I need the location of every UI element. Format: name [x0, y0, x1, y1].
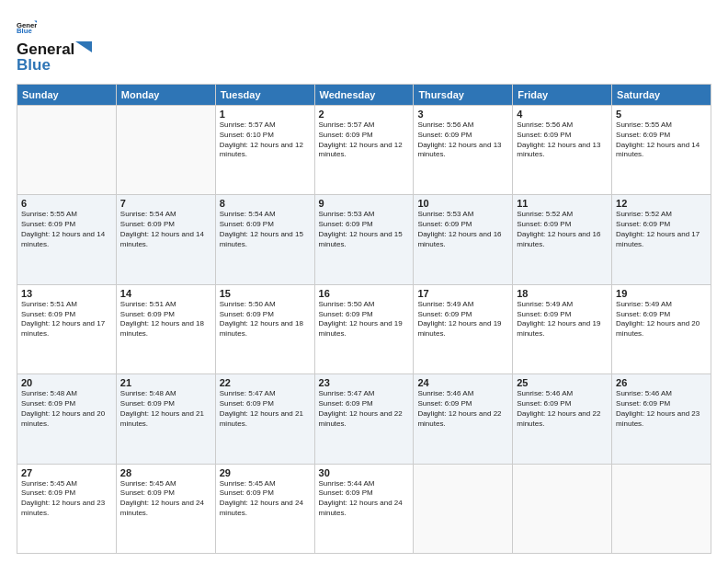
day-info: Sunrise: 5:48 AM Sunset: 6:09 PM Dayligh… — [120, 389, 211, 429]
day-number: 6 — [21, 198, 112, 209]
day-number: 9 — [319, 198, 410, 209]
calendar-cell: 20Sunrise: 5:48 AM Sunset: 6:09 PM Dayli… — [17, 374, 117, 464]
day-info: Sunrise: 5:50 AM Sunset: 6:09 PM Dayligh… — [220, 300, 311, 339]
day-info: Sunrise: 5:48 AM Sunset: 6:09 PM Dayligh… — [21, 389, 112, 429]
day-info: Sunrise: 5:55 AM Sunset: 6:09 PM Dayligh… — [616, 121, 707, 160]
weekday-header-wednesday: Wednesday — [314, 85, 414, 106]
logo: General Blue General Blue — [17, 17, 92, 75]
calendar-cell — [612, 464, 711, 553]
day-number: 2 — [319, 109, 410, 120]
day-info: Sunrise: 5:46 AM Sunset: 6:09 PM Dayligh… — [417, 389, 508, 429]
calendar-cell: 25Sunrise: 5:46 AM Sunset: 6:09 PM Dayli… — [513, 374, 612, 464]
day-number: 28 — [120, 467, 211, 478]
calendar-week-row: 27Sunrise: 5:45 AM Sunset: 6:09 PM Dayli… — [17, 464, 711, 553]
day-number: 22 — [220, 377, 311, 388]
calendar-cell: 10Sunrise: 5:53 AM Sunset: 6:09 PM Dayli… — [414, 195, 513, 284]
day-number: 7 — [120, 198, 211, 209]
calendar-cell: 6Sunrise: 5:55 AM Sunset: 6:09 PM Daylig… — [17, 195, 117, 284]
calendar-cell: 18Sunrise: 5:49 AM Sunset: 6:09 PM Dayli… — [513, 284, 612, 373]
logo-blue: Blue — [17, 56, 92, 75]
day-number: 26 — [616, 377, 707, 388]
day-number: 30 — [319, 467, 410, 478]
calendar-week-row: 6Sunrise: 5:55 AM Sunset: 6:09 PM Daylig… — [17, 195, 711, 284]
weekday-header-tuesday: Tuesday — [215, 85, 314, 106]
calendar-cell: 13Sunrise: 5:51 AM Sunset: 6:09 PM Dayli… — [17, 284, 117, 373]
day-number: 19 — [616, 288, 707, 299]
day-info: Sunrise: 5:46 AM Sunset: 6:09 PM Dayligh… — [517, 389, 608, 429]
day-number: 12 — [616, 198, 707, 209]
day-number: 27 — [21, 467, 112, 478]
day-number: 14 — [120, 288, 211, 299]
calendar-cell: 23Sunrise: 5:47 AM Sunset: 6:09 PM Dayli… — [314, 374, 414, 464]
calendar-cell: 9Sunrise: 5:53 AM Sunset: 6:09 PM Daylig… — [314, 195, 414, 284]
weekday-header-row: SundayMondayTuesdayWednesdayThursdayFrid… — [17, 85, 711, 106]
weekday-header-thursday: Thursday — [414, 85, 513, 106]
calendar-cell: 26Sunrise: 5:46 AM Sunset: 6:09 PM Dayli… — [612, 374, 711, 464]
day-number: 16 — [319, 288, 410, 299]
calendar-cell — [17, 106, 117, 195]
day-info: Sunrise: 5:47 AM Sunset: 6:09 PM Dayligh… — [319, 389, 410, 429]
day-info: Sunrise: 5:55 AM Sunset: 6:09 PM Dayligh… — [21, 210, 112, 249]
day-number: 20 — [21, 377, 112, 388]
calendar-cell: 3Sunrise: 5:56 AM Sunset: 6:09 PM Daylig… — [414, 106, 513, 195]
svg-text:Blue: Blue — [17, 27, 32, 35]
day-number: 15 — [220, 288, 311, 299]
day-number: 11 — [517, 198, 608, 209]
day-number: 18 — [517, 288, 608, 299]
logo-bird-icon — [75, 41, 92, 54]
day-info: Sunrise: 5:54 AM Sunset: 6:09 PM Dayligh… — [120, 210, 211, 249]
day-info: Sunrise: 5:57 AM Sunset: 6:10 PM Dayligh… — [220, 121, 311, 160]
day-info: Sunrise: 5:57 AM Sunset: 6:09 PM Dayligh… — [319, 121, 410, 160]
day-number: 8 — [220, 198, 311, 209]
day-number: 3 — [417, 109, 508, 120]
calendar-cell: 21Sunrise: 5:48 AM Sunset: 6:09 PM Dayli… — [116, 374, 215, 464]
calendar-cell — [513, 464, 612, 553]
calendar-cell: 12Sunrise: 5:52 AM Sunset: 6:09 PM Dayli… — [612, 195, 711, 284]
day-number: 29 — [220, 467, 311, 478]
day-info: Sunrise: 5:56 AM Sunset: 6:09 PM Dayligh… — [417, 121, 508, 160]
svg-marker-3 — [75, 41, 92, 52]
calendar-cell: 2Sunrise: 5:57 AM Sunset: 6:09 PM Daylig… — [314, 106, 414, 195]
weekday-header-saturday: Saturday — [612, 85, 711, 106]
calendar-cell: 22Sunrise: 5:47 AM Sunset: 6:09 PM Dayli… — [215, 374, 314, 464]
weekday-header-monday: Monday — [116, 85, 215, 106]
day-info: Sunrise: 5:52 AM Sunset: 6:09 PM Dayligh… — [517, 210, 608, 249]
calendar-cell: 24Sunrise: 5:46 AM Sunset: 6:09 PM Dayli… — [414, 374, 513, 464]
calendar-cell: 16Sunrise: 5:50 AM Sunset: 6:09 PM Dayli… — [314, 284, 414, 373]
day-number: 17 — [417, 288, 508, 299]
calendar-cell: 15Sunrise: 5:50 AM Sunset: 6:09 PM Dayli… — [215, 284, 314, 373]
day-info: Sunrise: 5:51 AM Sunset: 6:09 PM Dayligh… — [21, 300, 112, 339]
calendar-cell: 11Sunrise: 5:52 AM Sunset: 6:09 PM Dayli… — [513, 195, 612, 284]
calendar-cell — [414, 464, 513, 553]
day-number: 21 — [120, 377, 211, 388]
calendar-table: SundayMondayTuesdayWednesdayThursdayFrid… — [17, 84, 711, 554]
day-info: Sunrise: 5:45 AM Sunset: 6:09 PM Dayligh… — [120, 479, 211, 519]
day-info: Sunrise: 5:49 AM Sunset: 6:09 PM Dayligh… — [616, 300, 707, 339]
day-info: Sunrise: 5:50 AM Sunset: 6:09 PM Dayligh… — [319, 300, 410, 339]
day-info: Sunrise: 5:53 AM Sunset: 6:09 PM Dayligh… — [319, 210, 410, 249]
calendar-cell: 7Sunrise: 5:54 AM Sunset: 6:09 PM Daylig… — [116, 195, 215, 284]
day-info: Sunrise: 5:56 AM Sunset: 6:09 PM Dayligh… — [517, 121, 608, 160]
calendar-week-row: 1Sunrise: 5:57 AM Sunset: 6:10 PM Daylig… — [17, 106, 711, 195]
day-info: Sunrise: 5:54 AM Sunset: 6:09 PM Dayligh… — [220, 210, 311, 249]
day-number: 1 — [220, 109, 311, 120]
day-number: 10 — [417, 198, 508, 209]
day-info: Sunrise: 5:45 AM Sunset: 6:09 PM Dayligh… — [220, 479, 311, 519]
header: General Blue General Blue — [17, 17, 711, 75]
calendar-cell — [116, 106, 215, 195]
day-number: 5 — [616, 109, 707, 120]
calendar-cell: 5Sunrise: 5:55 AM Sunset: 6:09 PM Daylig… — [612, 106, 711, 195]
day-info: Sunrise: 5:47 AM Sunset: 6:09 PM Dayligh… — [220, 389, 311, 429]
calendar-cell: 14Sunrise: 5:51 AM Sunset: 6:09 PM Dayli… — [116, 284, 215, 373]
calendar-cell: 28Sunrise: 5:45 AM Sunset: 6:09 PM Dayli… — [116, 464, 215, 553]
day-info: Sunrise: 5:52 AM Sunset: 6:09 PM Dayligh… — [616, 210, 707, 249]
day-number: 23 — [319, 377, 410, 388]
day-number: 25 — [517, 377, 608, 388]
calendar-cell: 19Sunrise: 5:49 AM Sunset: 6:09 PM Dayli… — [612, 284, 711, 373]
day-info: Sunrise: 5:49 AM Sunset: 6:09 PM Dayligh… — [417, 300, 508, 339]
calendar-cell: 4Sunrise: 5:56 AM Sunset: 6:09 PM Daylig… — [513, 106, 612, 195]
calendar-cell: 1Sunrise: 5:57 AM Sunset: 6:10 PM Daylig… — [215, 106, 314, 195]
weekday-header-friday: Friday — [513, 85, 612, 106]
day-number: 4 — [517, 109, 608, 120]
calendar-cell: 27Sunrise: 5:45 AM Sunset: 6:09 PM Dayli… — [17, 464, 117, 553]
